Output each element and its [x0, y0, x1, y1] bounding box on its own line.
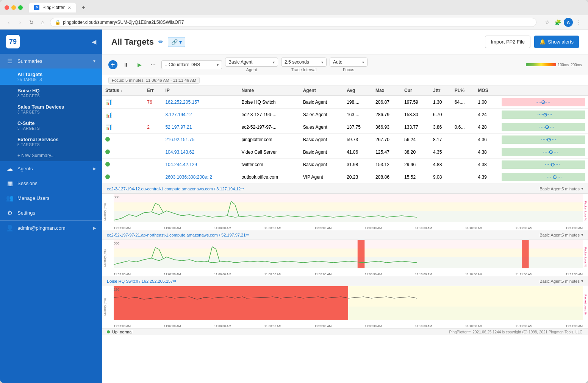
- table-row[interactable]: 216.92.151.75pingplotter.comBasic Agent5…: [102, 134, 588, 146]
- add-target-btn[interactable]: +: [108, 60, 117, 69]
- ip-link[interactable]: 52.197.97.21: [165, 125, 192, 130]
- more-btn[interactable]: ⋯: [148, 59, 158, 70]
- mini-chart-svg: [502, 111, 585, 119]
- sidebar-item-sessions[interactable]: ▦ Sessions: [0, 176, 102, 191]
- ip-link[interactable]: 104.244.42.129: [165, 162, 197, 167]
- reload-btn[interactable]: ↻: [27, 18, 36, 26]
- packet-loss-label-3: Packet Loss %: [584, 294, 587, 314]
- dns-value: ...Cloudflare DNS: [165, 62, 200, 67]
- status-text: Up, normal: [112, 330, 133, 334]
- edit-title-btn[interactable]: ✏: [158, 38, 163, 45]
- profile-btn[interactable]: A: [564, 18, 573, 27]
- summaries-submenu: All Targets 25 TARGETS Boise HQ 8 TARGET…: [0, 69, 102, 161]
- ip-link[interactable]: 3.127.194.12: [165, 112, 192, 117]
- cell-name: ec2-3-127-194-...: [238, 109, 300, 121]
- latency-label-3: Latency (ms): [103, 298, 106, 316]
- cell-ip[interactable]: 2603:1036:308:200e::2: [162, 171, 238, 184]
- show-alerts-btn[interactable]: 🔔 Show alerts: [534, 36, 579, 48]
- sidebar-item-settings[interactable]: ⚙ Settings: [0, 206, 102, 220]
- focus-bar: Focus: 5 minutes, 11:06:46 AM - 11:11:46…: [102, 75, 588, 86]
- cell-ip[interactable]: 216.92.151.75: [162, 134, 238, 146]
- cell-mos: 4.28: [475, 121, 499, 134]
- cell-agent: Sales Agent: [300, 109, 344, 121]
- bookmark-btn[interactable]: ☆: [543, 18, 552, 27]
- sidebar-item-manage-users[interactable]: 👥 Manage Users: [0, 191, 102, 206]
- tab-close-btn[interactable]: ✕: [68, 6, 71, 10]
- ip-link[interactable]: 104.93.143.62: [165, 149, 194, 155]
- close-window-btn[interactable]: [5, 5, 9, 10]
- ip-link[interactable]: 2603:1036:308:200e::2: [165, 174, 212, 180]
- sidebar-item-boise-hq[interactable]: Boise HQ 8 TARGETS: [0, 85, 102, 101]
- svg-rect-41: [522, 240, 529, 268]
- import-pp2-btn[interactable]: Import PP2 File: [485, 36, 530, 48]
- chart-3-title[interactable]: Boise HQ Switch / 162.252.205.157: [107, 279, 173, 283]
- address-bar[interactable]: 🔒 pingplotter.cloud/summary/SUM-2jyQ1E6n…: [50, 18, 536, 27]
- sidebar-item-external[interactable]: External Services 5 TARGETS: [0, 134, 102, 150]
- dns-dropdown[interactable]: ...Cloudflare DNS ▾: [161, 60, 222, 69]
- sidebar-item-summaries[interactable]: ☰ Summaries ▼: [0, 54, 102, 69]
- interval-dropdown[interactable]: 2.5 seconds ▾: [281, 58, 327, 67]
- cell-max: 125.47: [372, 146, 401, 159]
- tab-title: PingPlotter: [42, 5, 65, 10]
- cell-ip[interactable]: 104.244.42.129: [162, 159, 238, 171]
- cell-jttr: 4.88: [430, 159, 452, 171]
- table-row[interactable]: 104.244.42.129twitter.comBasic Agent31.9…: [102, 159, 588, 171]
- cell-name: pingplotter.com: [238, 134, 300, 146]
- cell-ip[interactable]: 162.252.205.157: [162, 96, 238, 109]
- table-row[interactable]: 📊76162.252.205.157Boise HQ SwitchBasic A…: [102, 96, 588, 109]
- ip-link[interactable]: 216.92.151.75: [165, 137, 194, 142]
- cell-mos: 4.38: [475, 159, 499, 171]
- cell-status: 📊: [102, 121, 135, 134]
- cell-mos: 4.39: [475, 171, 499, 184]
- cell-avg: 20.23: [344, 171, 372, 184]
- back-btn[interactable]: ‹: [5, 18, 13, 26]
- menu-btn[interactable]: ⋮: [574, 18, 583, 27]
- browser-tab[interactable]: P PingPlotter ✕: [29, 3, 76, 12]
- chart-3-timespan[interactable]: 5 minutes ▾: [561, 279, 583, 283]
- timespan-3-dropdown-icon: ▾: [581, 279, 583, 283]
- table-row[interactable]: 2603:1036:308:200e::2outlook.office.comV…: [102, 171, 588, 184]
- interval-group: 2.5 seconds ▾ Trace Interval: [281, 58, 327, 72]
- chart-1-title[interactable]: ec2-3-127-194-12.eu-central-1.compute.am…: [107, 187, 241, 191]
- cell-ip[interactable]: 52.197.97.21: [162, 121, 238, 134]
- table-row[interactable]: 📊3.127.194.12ec2-3-127-194-...Sales Agen…: [102, 109, 588, 121]
- new-tab-btn[interactable]: +: [79, 3, 88, 12]
- home-btn[interactable]: ⌂: [39, 18, 47, 26]
- share-link-btn[interactable]: 🔗 ▾: [168, 37, 185, 47]
- cell-agent: VIP Agent: [300, 171, 344, 184]
- chart-2-timespan[interactable]: 5 minutes ▾: [561, 232, 583, 237]
- sidebar-item-all-targets[interactable]: All Targets 25 TARGETS: [0, 69, 102, 85]
- green-dot-icon: [105, 162, 110, 167]
- cell-ip[interactable]: 3.127.194.12: [162, 109, 238, 121]
- mini-chart-svg: [502, 135, 585, 144]
- maximize-window-btn[interactable]: [18, 5, 23, 10]
- table-row[interactable]: 📊252.197.97.21ec2-52-197-97-...Sales Age…: [102, 121, 588, 134]
- chart-3-x-labels: 11:07:00 AM11:07:30 AM11:08:00 AM11:08:3…: [114, 324, 583, 328]
- agent-label: Agent: [246, 67, 257, 72]
- sidebar-item-sales-team[interactable]: Sales Team Devices 3 TARGETS: [0, 101, 102, 117]
- focus-dropdown[interactable]: Auto ▾: [330, 58, 368, 67]
- cell-err: [144, 171, 162, 184]
- forward-btn[interactable]: ›: [16, 18, 24, 26]
- agent-dropdown[interactable]: Basic Agent ▾: [225, 58, 278, 67]
- boise-hq-sub: 8 TARGETS: [17, 94, 96, 98]
- cell-ip[interactable]: 104.93.143.62: [162, 146, 238, 159]
- sidebar-item-admin[interactable]: 👤 admin@pingman.com ▶: [0, 220, 102, 235]
- col-cur: Cur: [401, 86, 430, 96]
- sidebar-item-agents[interactable]: ☁ Agents ▶: [0, 161, 102, 176]
- pause-btn[interactable]: ⏸: [120, 59, 131, 70]
- sidebar-collapse-btn[interactable]: ◀: [92, 38, 96, 45]
- play-btn[interactable]: ▶: [134, 59, 145, 70]
- new-summary-btn[interactable]: + New Summary...: [0, 150, 102, 161]
- minimize-window-btn[interactable]: [11, 5, 16, 10]
- cell-sparkline: [135, 171, 144, 184]
- chart-1-timespan[interactable]: 5 minutes ▾: [561, 186, 583, 191]
- mini-chart-svg: [502, 160, 585, 169]
- cell-pl: [452, 159, 475, 171]
- table-row[interactable]: 104.93.143.62Video Call ServerBasic Agen…: [102, 146, 588, 159]
- ip-link[interactable]: 162.252.205.157: [165, 100, 199, 105]
- extensions-btn[interactable]: 🧩: [553, 18, 562, 27]
- chart-2-title[interactable]: ec2-52-197-97-21.ap-northeast-1.compute.…: [107, 233, 246, 237]
- col-name: Name: [238, 86, 300, 96]
- sidebar-item-csuite[interactable]: C-Suite 3 TARGETS: [0, 117, 102, 134]
